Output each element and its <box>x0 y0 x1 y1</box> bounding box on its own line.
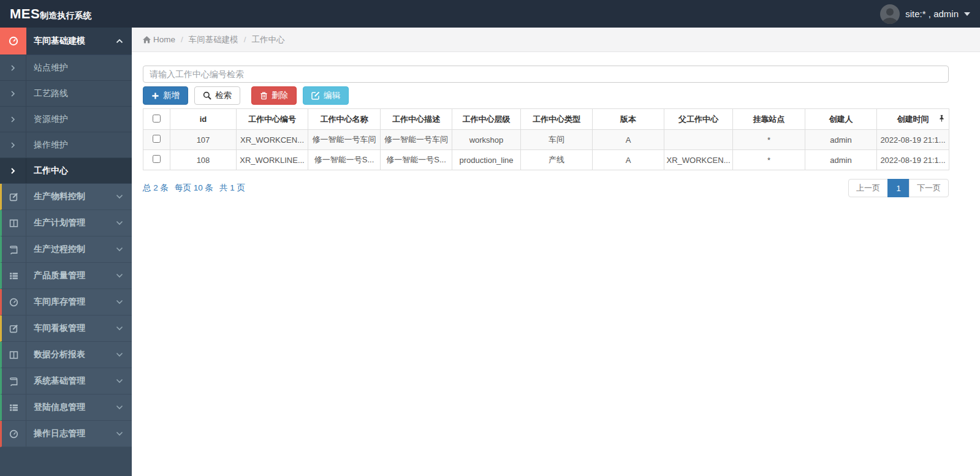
sidebar-group-label: 系统基础管理 <box>26 376 85 387</box>
sidebar-group-operation-log-management[interactable]: 操作日志管理 <box>0 421 132 447</box>
logo-text-bold: MES <box>10 6 40 22</box>
cell-code: XR_WORKCEN... <box>237 130 308 150</box>
column-header-type[interactable]: 工作中心类型 <box>521 109 593 130</box>
sidebar-item-process-route[interactable]: 工艺路线 <box>0 81 132 107</box>
logo-text: 制造执行系统 <box>40 10 91 21</box>
column-header-station[interactable]: 挂靠站点 <box>733 109 805 130</box>
column-header-code[interactable]: 工作中心编号 <box>237 109 308 130</box>
pagination-summary: 总 2 条 每页 10 条 共 1 页 <box>143 183 245 194</box>
sidebar-group-process-control[interactable]: 生产过程控制 <box>0 236 132 263</box>
chevron-down-icon <box>116 247 123 252</box>
home-icon <box>143 36 151 43</box>
cell-code: XR_WORKLINE... <box>237 150 308 170</box>
breadcrumb-level1[interactable]: 车间基础建模 <box>189 34 238 45</box>
columns-icon <box>2 210 26 236</box>
chevron-down-icon <box>116 326 123 331</box>
sidebar-group-label: 操作日志管理 <box>26 428 85 439</box>
user-menu[interactable]: site:* , admin <box>880 4 980 24</box>
app-logo: MES制造执行系统 <box>0 6 91 22</box>
sidebar-item-resource-maintenance[interactable]: 资源维护 <box>0 107 132 132</box>
table-header-row: id 工作中心编号 工作中心名称 工作中心描述 工作中心层级 工作中心类型 版本… <box>143 109 949 130</box>
cell-type: 产线 <box>521 150 593 170</box>
summary-total: 总 2 条 <box>143 183 169 194</box>
add-button[interactable]: 新增 <box>143 86 188 105</box>
chevron-up-icon <box>116 39 123 43</box>
sidebar-group-plan-management[interactable]: 生产计划管理 <box>0 210 132 236</box>
cell-id: 107 <box>170 130 237 150</box>
edit-button[interactable]: 编辑 <box>303 86 349 105</box>
toolbar: 新增 检索 删除 编辑 <box>143 86 949 105</box>
cell-name: 修一智能一号S... <box>308 150 381 170</box>
caret-down-icon <box>964 12 970 16</box>
pin-icon[interactable] <box>939 115 944 124</box>
page-body: 新增 检索 删除 编辑 <box>132 52 980 197</box>
table-row[interactable]: 107 XR_WORKCEN... 修一智能一号车间 修一智能一号车间 work… <box>143 130 949 150</box>
sidebar-group-quality-management[interactable]: 产品质量管理 <box>0 263 132 289</box>
cell-level: production_line <box>452 150 521 170</box>
trash-icon <box>260 91 268 100</box>
columns-icon <box>2 342 26 368</box>
sidebar-item-work-center[interactable]: 工作中心 <box>0 158 132 184</box>
sidebar-group-data-analysis-report[interactable]: 数据分析报表 <box>0 342 132 368</box>
cell-desc: 修一智能一号车间 <box>381 130 452 150</box>
delete-button[interactable]: 删除 <box>251 86 297 105</box>
column-header-id[interactable]: id <box>170 109 237 130</box>
sidebar-item-label: 站点维护 <box>26 62 68 74</box>
sidebar-group-label: 生产过程控制 <box>26 244 85 255</box>
gauge-icon <box>0 28 26 55</box>
table-row[interactable]: 108 XR_WORKLINE... 修一智能一号S... 修一智能一号S...… <box>143 150 949 170</box>
chevron-right-icon <box>0 107 26 132</box>
chevron-down-icon <box>116 194 123 199</box>
book-icon <box>2 368 26 394</box>
chevron-down-icon <box>116 273 123 278</box>
cell-id: 108 <box>170 150 237 170</box>
sidebar-group-board-management[interactable]: 车间看板管理 <box>0 315 132 342</box>
search-input[interactable] <box>143 66 949 83</box>
summary-per-page: 每页 10 条 <box>175 183 213 194</box>
sidebar-group-material-control[interactable]: 生产物料控制 <box>0 184 132 210</box>
cell-version: A <box>593 130 664 150</box>
cell-created: 2022-08-19 21:1... <box>877 150 949 170</box>
search-button[interactable]: 检索 <box>194 86 240 105</box>
column-header-desc[interactable]: 工作中心描述 <box>381 109 452 130</box>
chevron-down-icon <box>116 405 123 410</box>
chevron-down-icon <box>116 352 123 357</box>
edit-icon <box>311 91 320 100</box>
cell-name: 修一智能一号车间 <box>308 130 381 150</box>
search-icon <box>203 91 211 100</box>
column-header-created[interactable]: 创建时间 <box>877 109 949 130</box>
cell-station: * <box>733 150 805 170</box>
sidebar-group-workshop-modeling[interactable]: 车间基础建模 <box>0 28 132 55</box>
plus-icon <box>151 92 159 100</box>
sidebar-group-inventory-management[interactable]: 车间库存管理 <box>0 289 132 315</box>
avatar <box>880 4 900 24</box>
sidebar-item-operation-maintenance[interactable]: 操作维护 <box>0 132 132 158</box>
sidebar-group-login-info-management[interactable]: 登陆信息管理 <box>0 395 132 421</box>
select-all-checkbox[interactable] <box>153 115 161 123</box>
breadcrumb-separator: / <box>181 35 183 44</box>
column-header-parent[interactable]: 父工作中心 <box>664 109 733 130</box>
top-navbar: MES制造执行系统 site:* , admin <box>0 0 980 28</box>
sidebar-item-station-maintenance[interactable]: 站点维护 <box>0 55 132 81</box>
prev-page-button[interactable]: 上一页 <box>848 179 888 197</box>
summary-pages: 共 1 页 <box>219 183 245 194</box>
row-checkbox[interactable] <box>153 135 161 143</box>
sidebar: 车间基础建模 站点维护 工艺路线 资源维护 操作维护 工作中心 生产物料控制 生… <box>0 28 132 476</box>
column-header-creator[interactable]: 创建人 <box>805 109 877 130</box>
sidebar-group-system-management[interactable]: 系统基础管理 <box>0 368 132 395</box>
workcenter-table: id 工作中心编号 工作中心名称 工作中心描述 工作中心层级 工作中心类型 版本… <box>143 108 949 170</box>
column-header-name[interactable]: 工作中心名称 <box>308 109 381 130</box>
sidebar-group-label: 生产计划管理 <box>26 217 85 229</box>
page-number-button[interactable]: 1 <box>887 179 910 197</box>
sidebar-group-label: 生产物料控制 <box>26 191 85 202</box>
breadcrumb-home[interactable]: Home <box>143 35 175 44</box>
gauge-icon <box>2 421 26 447</box>
cell-parent <box>664 130 733 150</box>
column-header-level[interactable]: 工作中心层级 <box>452 109 521 130</box>
chevron-down-icon <box>116 379 123 383</box>
next-page-button[interactable]: 下一页 <box>909 179 949 197</box>
chevron-right-icon <box>0 81 26 106</box>
row-checkbox[interactable] <box>153 155 161 163</box>
pagination: 上一页 1 下一页 <box>848 179 949 197</box>
column-header-version[interactable]: 版本 <box>593 109 664 130</box>
